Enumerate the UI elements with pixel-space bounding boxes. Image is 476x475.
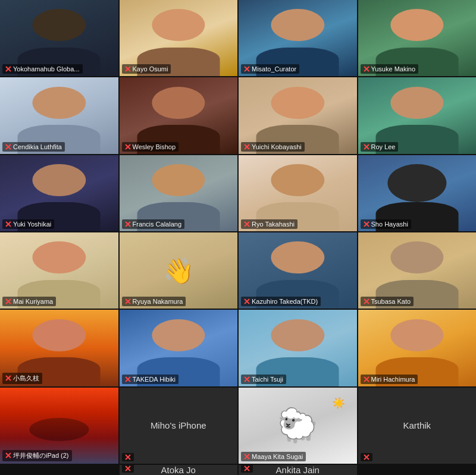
name-display-24: Karthik <box>358 388 477 464</box>
mic-muted-icon-12 <box>364 221 369 227</box>
name-display-25: Atoka Jo <box>120 465 238 475</box>
participant-label-17: 小島久枝 <box>2 373 42 384</box>
mic-muted-icon-25 <box>125 465 131 471</box>
mic-muted-icon-15 <box>244 298 250 304</box>
participant-cell-22[interactable]: Miho's iPhone <box>120 388 238 464</box>
sheep-emoji: 🐑 <box>277 406 318 445</box>
mic-muted-icon-3 <box>244 66 250 72</box>
name-display-26: Ankita Jain <box>239 465 357 475</box>
mic-muted-icon-6 <box>125 144 131 150</box>
mic-muted-icon-24 <box>364 454 369 460</box>
participant-label-7: Yuichi Kobayashi <box>241 142 305 152</box>
participant-cell-13[interactable]: Mai Kuriyama <box>0 232 118 309</box>
participant-label-13: Mai Kuriyama <box>2 297 56 306</box>
participant-cell-25[interactable]: Atoka Jo <box>120 465 238 475</box>
participant-cell-5[interactable]: Cendikia Luthfita <box>0 77 118 153</box>
mic-muted-icon-20 <box>364 376 369 382</box>
participant-cell-empty-2 <box>358 465 477 475</box>
participant-label-3: Misato_Curator <box>241 64 299 74</box>
participant-label-21: 坪井俊輔のiPad (2) <box>2 450 72 461</box>
participant-cell-26[interactable]: Ankita Jain <box>239 465 357 475</box>
mic-muted-icon-10 <box>125 221 131 227</box>
participant-label-20: Miri Hachimura <box>361 375 418 384</box>
participant-label-5: Cendikia Luthfita <box>2 142 65 152</box>
mic-muted-icon-19 <box>244 376 250 382</box>
sun-emoji: ☀️ <box>332 397 345 410</box>
participant-label-23: Maaya Kita Sugai <box>241 452 306 461</box>
participant-label-8: Roy Lee <box>361 142 399 152</box>
mic-muted-icon-14 <box>125 298 131 304</box>
name-display-22: Miho's iPhone <box>120 388 238 464</box>
participant-cell-21[interactable]: 坪井俊輔のiPad (2) <box>0 388 118 464</box>
participant-cell-7[interactable]: Yuichi Kobayashi <box>239 77 357 153</box>
participant-cell-19[interactable]: Taichi Tsuji <box>239 310 357 386</box>
participant-cell-6[interactable]: Wesley Bishop <box>120 77 238 153</box>
participant-label-2: Kayo Osumi <box>122 64 171 74</box>
participant-cell-20[interactable]: Miri Hachimura <box>358 310 477 386</box>
mic-muted-icon-21 <box>5 452 11 458</box>
participant-cell-12[interactable]: Sho Hayashi <box>358 155 477 231</box>
participant-label-25 <box>122 465 134 473</box>
mic-muted-icon-7 <box>244 144 250 150</box>
participant-label-11: Ryo Takahashi <box>241 219 298 229</box>
mic-muted-icon-26 <box>244 465 250 471</box>
participant-label-15: Kazuhiro Takeda(TKD) <box>241 297 321 306</box>
participant-label-22 <box>122 453 134 461</box>
participant-cell-23[interactable]: 🐑 ☀️ Maaya Kita Sugai <box>239 388 357 464</box>
mic-muted-icon-8 <box>364 144 369 150</box>
mic-muted-icon-9 <box>5 221 11 227</box>
participant-cell-10[interactable]: Francis Calalang <box>120 155 238 231</box>
mic-muted-icon-23 <box>244 454 250 460</box>
participant-label-12: Sho Hayashi <box>361 219 411 229</box>
participant-cell-11[interactable]: Ryo Takahashi <box>239 155 357 231</box>
mic-muted-icon-17 <box>5 375 11 381</box>
participant-label-1: Yokohamahub Globa... <box>2 64 83 74</box>
video-grid: Yokohamahub Globa... Kayo Osumi Misato_C… <box>0 0 476 475</box>
participant-label-18: TAKEDA Hibiki <box>122 375 179 384</box>
participant-label-14: Ryuya Nakamura <box>122 297 186 306</box>
mic-muted-icon-11 <box>244 221 250 227</box>
participant-cell-16[interactable]: Tsubasa Kato <box>358 232 477 309</box>
mic-muted-icon-16 <box>364 298 369 304</box>
mic-muted-icon-5 <box>5 144 11 150</box>
participant-cell-18[interactable]: TAKEDA Hibiki <box>120 310 238 386</box>
mic-muted-icon-4 <box>364 66 369 72</box>
participant-label-16: Tsubasa Kato <box>361 297 414 306</box>
participant-cell-4[interactable]: Yusuke Makino <box>358 0 477 76</box>
mic-muted-icon-13 <box>5 298 11 304</box>
participant-label-10: Francis Calalang <box>122 219 185 229</box>
participant-cell-empty-1 <box>0 465 118 475</box>
participant-label-9: Yuki Yoshikai <box>2 219 54 229</box>
mic-muted-icon-18 <box>125 376 131 382</box>
participant-cell-14[interactable]: 👋 Ryuya Nakamura <box>120 232 238 309</box>
participant-cell-17[interactable]: 小島久枝 <box>0 310 118 386</box>
participant-cell-8[interactable]: Roy Lee <box>358 77 477 153</box>
participant-cell-3[interactable]: Misato_Curator <box>239 0 357 76</box>
participant-cell-24[interactable]: Karthik <box>358 388 477 464</box>
participant-cell-2[interactable]: Kayo Osumi <box>120 0 238 76</box>
participant-label-4: Yusuke Makino <box>361 64 419 74</box>
mic-muted-icon-1 <box>5 66 11 72</box>
participant-label-6: Wesley Bishop <box>122 142 179 152</box>
participant-cell-15[interactable]: Kazuhiro Takeda(TKD) <box>239 232 357 309</box>
participant-label-24 <box>361 453 372 461</box>
participant-cell-9[interactable]: Yuki Yoshikai <box>0 155 118 231</box>
mic-muted-icon-22 <box>125 454 131 460</box>
participant-label-19: Taichi Tsuji <box>241 375 286 384</box>
participant-label-26 <box>241 465 253 473</box>
participant-cell-1[interactable]: Yokohamahub Globa... <box>0 0 118 76</box>
mic-muted-icon-2 <box>125 66 131 72</box>
